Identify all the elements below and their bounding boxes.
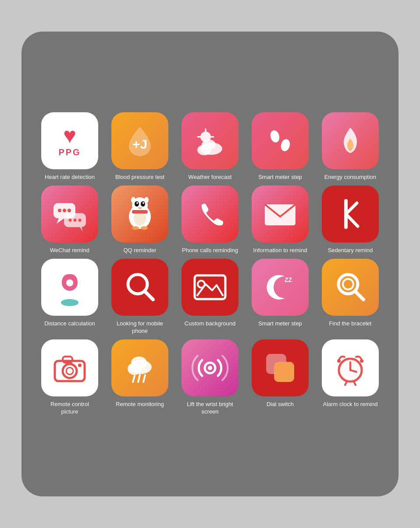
remote-control-label: Remote control picture — [41, 401, 98, 416]
app-heart-rate[interactable]: ♥ PPG Heart rate detection — [39, 112, 100, 181]
svg-point-30 — [132, 226, 139, 230]
svg-point-27 — [136, 202, 138, 204]
app-sleep[interactable]: ZZ Smart meter step — [249, 259, 311, 335]
energy-icon — [322, 112, 379, 169]
svg-line-43 — [145, 292, 153, 300]
svg-point-15 — [58, 209, 61, 212]
svg-rect-32 — [132, 210, 148, 214]
blood-pressure-label: Blood pressure test — [115, 174, 164, 181]
custom-bg-label: Custom background — [185, 320, 235, 328]
app-find-bracelet[interactable]: Find the bracelet — [320, 259, 381, 335]
app-phone[interactable]: Phone calls reminding — [179, 186, 241, 254]
dial-switch-label: Dial switch — [267, 401, 294, 408]
svg-point-8 — [202, 139, 216, 150]
svg-point-51 — [63, 364, 77, 378]
sedentary-icon — [322, 186, 379, 243]
smart-step-label: Smart meter step — [258, 174, 302, 181]
svg-marker-14 — [57, 218, 64, 224]
sleep-label: Smart meter step — [258, 320, 302, 328]
phone-label: Phone calls reminding — [182, 247, 238, 254]
weather-label: Weather forecast — [189, 174, 232, 181]
svg-line-38 — [346, 214, 358, 226]
svg-point-40 — [66, 279, 73, 286]
svg-point-45 — [198, 281, 205, 288]
app-distance[interactable]: Distance calculation — [39, 259, 100, 335]
dial-switch-icon — [252, 339, 309, 396]
svg-point-41 — [61, 299, 78, 306]
svg-rect-64 — [274, 362, 294, 382]
svg-point-21 — [74, 219, 77, 222]
main-card: ♥ PPG Heart rate detection +J Blood pres… — [21, 32, 399, 496]
svg-line-58 — [133, 376, 135, 382]
svg-point-22 — [78, 219, 82, 222]
svg-text:+J: +J — [132, 137, 147, 151]
alarm-label: Alarm clock to remind — [323, 401, 378, 408]
svg-line-71 — [345, 382, 347, 385]
svg-point-70 — [360, 359, 363, 363]
looking-icon — [111, 259, 168, 316]
phone-icon — [182, 186, 238, 243]
smart-step-icon — [252, 112, 309, 169]
remote-control-icon — [41, 339, 98, 396]
svg-point-17 — [68, 209, 71, 212]
qq-label: QQ reminder — [123, 247, 156, 254]
svg-line-72 — [354, 382, 356, 385]
app-remote-monitoring[interactable]: Remote monitoring — [109, 339, 171, 416]
svg-point-11 — [280, 138, 292, 152]
app-blood-pressure[interactable]: +J Blood pressure test — [109, 112, 171, 181]
remote-monitoring-icon — [111, 339, 168, 396]
heart-rate-label: Heart rate detection — [45, 174, 95, 181]
svg-point-31 — [141, 226, 148, 230]
app-custom-bg[interactable]: Custom background — [179, 259, 241, 335]
find-bracelet-icon — [322, 259, 379, 316]
svg-point-62 — [208, 366, 212, 370]
svg-point-26 — [141, 201, 145, 207]
app-alarm[interactable]: Alarm clock to remind — [320, 339, 381, 416]
qq-icon — [111, 186, 168, 243]
lift-wrist-icon — [182, 339, 238, 396]
app-energy[interactable]: Energy consumption — [320, 112, 381, 181]
app-weather[interactable]: Weather forecast — [179, 112, 241, 181]
svg-point-25 — [135, 201, 139, 207]
svg-text:ZZ: ZZ — [285, 276, 292, 283]
remote-monitoring-label: Remote monitoring — [116, 401, 164, 408]
sleep-icon: ZZ — [252, 259, 309, 316]
svg-point-33 — [131, 197, 135, 203]
app-grid: ♥ PPG Heart rate detection +J Blood pres… — [30, 103, 390, 424]
svg-marker-19 — [80, 227, 83, 232]
svg-point-20 — [69, 219, 72, 222]
app-looking[interactable]: Looking for mobile phone — [109, 259, 171, 335]
weather-icon — [182, 112, 238, 169]
heart-rate-icon: ♥ PPG — [41, 112, 98, 169]
svg-line-49 — [356, 292, 363, 300]
app-remote-control[interactable]: Remote control picture — [39, 339, 100, 416]
svg-line-59 — [138, 375, 140, 382]
svg-point-57 — [131, 357, 147, 369]
app-sedentary[interactable]: Sedentary remind — [320, 186, 381, 254]
wechat-label: WeChat remind — [50, 247, 89, 254]
svg-point-54 — [78, 364, 82, 367]
blood-pressure-icon: +J — [111, 112, 168, 169]
information-icon — [252, 186, 309, 243]
wechat-icon — [41, 186, 98, 243]
app-smart-step[interactable]: Smart meter step — [249, 112, 311, 181]
svg-point-52 — [66, 367, 73, 375]
find-bracelet-label: Find the bracelet — [329, 320, 372, 328]
distance-icon — [41, 259, 98, 316]
information-label: Information to remind — [253, 247, 307, 254]
energy-label: Energy consumption — [324, 174, 377, 181]
svg-point-16 — [63, 209, 66, 212]
svg-point-69 — [337, 359, 341, 363]
app-qq[interactable]: QQ reminder — [109, 186, 171, 254]
svg-point-48 — [343, 279, 353, 289]
custom-bg-icon — [182, 259, 238, 316]
distance-label: Distance calculation — [44, 320, 95, 328]
app-lift-wrist[interactable]: Lift the wrist bright screen — [179, 339, 241, 416]
app-dial-switch[interactable]: Dial switch — [249, 339, 311, 416]
app-wechat[interactable]: WeChat remind — [39, 186, 100, 254]
svg-point-34 — [144, 197, 149, 203]
sedentary-label: Sedentary remind — [328, 247, 373, 254]
app-information[interactable]: Information to remind — [249, 186, 311, 254]
alarm-icon — [322, 339, 379, 396]
lift-wrist-label: Lift the wrist bright screen — [182, 401, 238, 416]
